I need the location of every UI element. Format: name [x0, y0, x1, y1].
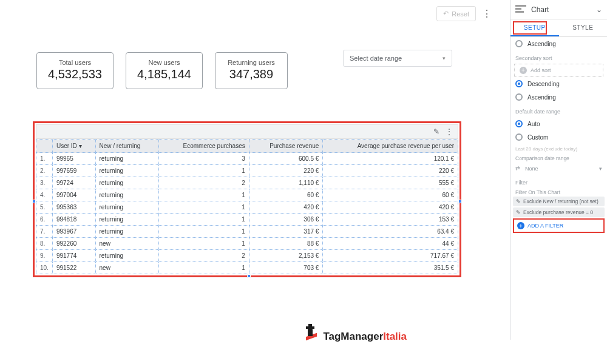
cell-new-returning: returning: [95, 177, 158, 189]
comparison-select[interactable]: ⇄None ▾: [510, 163, 607, 175]
more-vert-icon[interactable]: ⋮: [446, 127, 453, 136]
pencil-icon: ✎: [516, 198, 521, 204]
cell-avg-revenue: 60 €: [323, 189, 458, 201]
pencil-icon: ✎: [516, 209, 521, 215]
table-row[interactable]: 9.991774returning22,153 €717.67 €: [36, 250, 458, 262]
card-returning-users[interactable]: Returning users 347,389: [215, 52, 288, 89]
cell-user-id: 994818: [52, 214, 95, 226]
card-total-users[interactable]: Total users 4,532,533: [36, 52, 114, 89]
cell-purchases: 1: [158, 262, 249, 274]
table-row[interactable]: 3.99724returning21,110 €555 €: [36, 177, 458, 189]
table-row[interactable]: 7.993967returning1317 €63.4 €: [36, 226, 458, 238]
cell-new-returning: returning: [95, 189, 158, 201]
col-ecomm-purchases[interactable]: Ecommerce purchases: [158, 140, 249, 153]
cell-user-id: 997659: [52, 165, 95, 177]
secondary-descending-radio[interactable]: Descending: [510, 77, 607, 90]
cell-user-id: 99965: [52, 153, 95, 165]
date-auto-radio[interactable]: Auto: [510, 117, 607, 130]
filter-subhead: Filter On This Chart: [510, 187, 607, 197]
row-index: 8.: [36, 238, 53, 250]
add-filter-button[interactable]: + ADD A FILTER: [513, 218, 605, 233]
comparison-label: Comparison date range: [510, 154, 607, 163]
filter-item-2[interactable]: ✎ Exclude purchase revenue = 0: [513, 207, 605, 217]
cell-avg-revenue: 63.4 €: [323, 226, 458, 238]
swap-icon: ⇄: [515, 165, 523, 172]
date-range-selector[interactable]: Select date range ▾: [343, 50, 452, 67]
table-row[interactable]: 4.997004returning160 €60 €: [36, 189, 458, 201]
undo-icon: ↶: [443, 10, 449, 18]
cell-revenue: 1,110 €: [249, 177, 323, 189]
radio-icon: [515, 120, 523, 127]
cell-new-returning: new: [95, 262, 158, 274]
col-user-id[interactable]: User ID ▾: [52, 140, 95, 153]
radio-icon: [515, 40, 523, 47]
panel-title: Chart: [531, 5, 596, 14]
secondary-ascending-radio[interactable]: Ascending: [510, 90, 607, 104]
cell-revenue: 60 €: [249, 189, 323, 201]
cell-user-id: 993967: [52, 226, 95, 238]
reset-label: Reset: [452, 10, 469, 18]
filter-item-1[interactable]: ✎ Exclude New / returning (not set): [513, 197, 605, 206]
panel-header[interactable]: Chart ⌄: [510, 0, 607, 20]
filter-section: Filter Filter On This Chart ✎ Exclude Ne…: [510, 175, 607, 237]
sort-ascending-radio[interactable]: Ascending: [510, 37, 607, 50]
cell-new-returning: new: [95, 238, 158, 250]
card-label: Returning users: [226, 59, 276, 66]
table-toolbar: ✎ ⋮: [36, 124, 458, 139]
cell-purchases: 2: [158, 250, 249, 262]
table-row[interactable]: 2.997659returning1220 €220 €: [36, 165, 458, 177]
chevron-down-icon: ▾: [599, 166, 602, 172]
row-index: 3.: [36, 177, 53, 189]
cell-purchases: 1: [158, 214, 249, 226]
watermark-logo: TagManagerItalia: [302, 326, 407, 347]
add-sort-button[interactable]: + Add sort: [514, 64, 603, 77]
cell-new-returning: returning: [95, 226, 158, 238]
panel-tabs: SETUP STYLE: [510, 20, 607, 37]
cell-purchases: 2: [158, 177, 249, 189]
cell-user-id: 992260: [52, 238, 95, 250]
date-hint: Last 28 days (exclude today): [510, 144, 607, 154]
reset-button[interactable]: ↶ Reset: [436, 6, 476, 21]
cell-revenue: 220 €: [249, 165, 323, 177]
table-chart[interactable]: ✎ ⋮ User ID ▾ New / returning Ecommerce …: [33, 121, 461, 277]
cell-revenue: 88 €: [249, 238, 323, 250]
cell-new-returning: returning: [95, 214, 158, 226]
col-new-returning[interactable]: New / returning: [95, 140, 158, 153]
row-index: 5.: [36, 201, 53, 214]
card-new-users[interactable]: New users 4,185,144: [126, 52, 203, 89]
properties-panel: Chart ⌄ SETUP STYLE Ascending Secondary …: [510, 0, 607, 340]
col-avg-revenue[interactable]: Average purchase revenue per user: [323, 140, 458, 153]
pencil-icon[interactable]: ✎: [433, 127, 439, 136]
row-index: 7.: [36, 226, 53, 238]
cell-purchases: 1: [158, 238, 249, 250]
cell-avg-revenue: 220 €: [323, 165, 458, 177]
filter-heading: Filter: [510, 177, 607, 187]
cell-avg-revenue: 153 €: [323, 214, 458, 226]
highlight-box: [513, 21, 547, 35]
table-row[interactable]: 5.995363returning1420 €420 €: [36, 201, 458, 214]
card-value: 347,389: [226, 67, 276, 81]
table-row[interactable]: 6.994818returning1306 €153 €: [36, 214, 458, 226]
report-canvas: ↶ Reset ⋮ Total users 4,532,533 New user…: [0, 0, 498, 364]
cell-user-id: 991522: [52, 262, 95, 274]
date-custom-radio[interactable]: Custom: [510, 130, 607, 144]
cell-revenue: 2,153 €: [249, 250, 323, 262]
plus-icon: +: [520, 67, 527, 74]
cell-revenue: 600.5 €: [249, 153, 323, 165]
card-label: New users: [137, 59, 191, 66]
col-purchase-revenue[interactable]: Purchase revenue: [249, 140, 323, 153]
section-default-date-range: Default date range: [510, 109, 607, 115]
table-row[interactable]: 8.992260new188 €44 €: [36, 238, 458, 250]
cell-user-id: 995363: [52, 201, 95, 214]
more-icon[interactable]: ⋮: [480, 8, 494, 19]
cell-purchases: 1: [158, 226, 249, 238]
table-row[interactable]: 10.991522new1703 €351.5 €: [36, 262, 458, 274]
cell-avg-revenue: 44 €: [323, 238, 458, 250]
cell-user-id: 997004: [52, 189, 95, 201]
tab-style[interactable]: STYLE: [559, 20, 608, 36]
card-value: 4,185,144: [137, 67, 191, 81]
cell-revenue: 420 €: [249, 201, 323, 214]
table-chart-icon: [515, 5, 527, 15]
table-row[interactable]: 1.99965returning3600.5 €120.1 €: [36, 153, 458, 165]
card-label: Total users: [48, 59, 102, 66]
